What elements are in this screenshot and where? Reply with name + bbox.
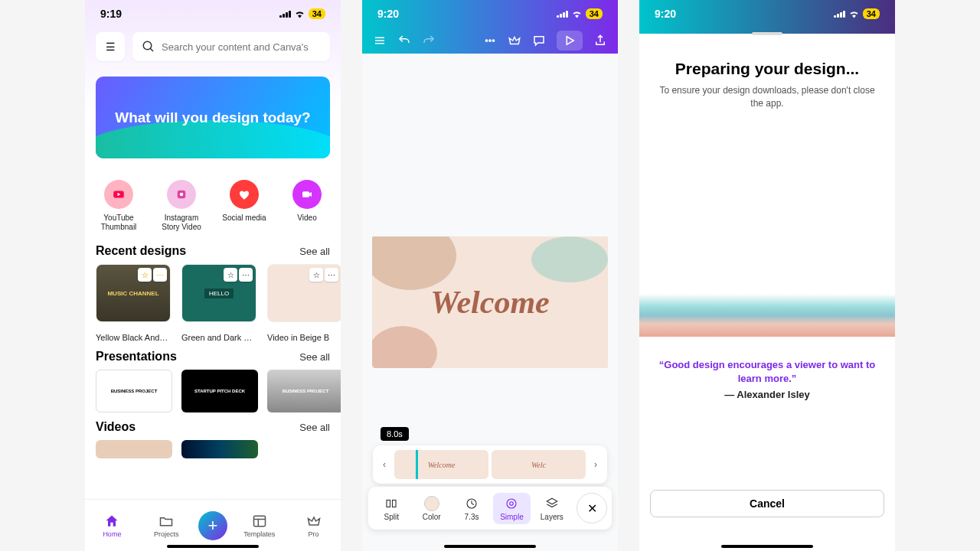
timeline-clip[interactable]: Welc bbox=[492, 450, 586, 479]
svg-point-18 bbox=[492, 40, 494, 41]
svg-point-5 bbox=[180, 193, 184, 197]
star-icon[interactable]: ☆ bbox=[138, 268, 152, 282]
preparing-subtitle: To ensure your design downloads, please … bbox=[650, 84, 884, 110]
category-video[interactable]: Video bbox=[284, 180, 330, 232]
nav-create[interactable]: + bbox=[198, 511, 227, 540]
home-indicator bbox=[444, 545, 536, 548]
recent-item[interactable]: ☆⋯ Video in Beige B bbox=[267, 264, 341, 342]
hero-text: What will you design today? bbox=[115, 109, 310, 126]
more-icon[interactable]: ⋯ bbox=[239, 268, 253, 282]
recent-item[interactable]: MUSIC CHANNEL☆⋯ Yellow Black And… bbox=[96, 264, 171, 342]
recent-title: Recent designs bbox=[96, 244, 186, 258]
time-badge: 8.0s bbox=[381, 427, 409, 441]
crown-icon[interactable] bbox=[508, 34, 521, 47]
timeline-clip[interactable]: Welcome bbox=[394, 450, 488, 479]
presentation-item[interactable]: STARTUP PITCH DECK bbox=[181, 370, 258, 412]
nav-pro[interactable]: Pro bbox=[292, 514, 336, 538]
editor-header: 9:20 34 bbox=[362, 0, 618, 54]
illustration bbox=[639, 294, 895, 337]
nav-templates[interactable]: Templates bbox=[237, 514, 282, 538]
download-screen: 9:20 34 Preparing your design... To ensu… bbox=[639, 0, 895, 551]
more-icon[interactable]: ⋯ bbox=[325, 268, 338, 282]
tool-simple[interactable]: Simple bbox=[493, 493, 530, 524]
video-item[interactable] bbox=[181, 440, 258, 458]
presentation-item[interactable]: BUSINESS PROJECT bbox=[267, 370, 341, 412]
nav-home[interactable]: Home bbox=[90, 514, 134, 538]
tool-duration[interactable]: 7.3s bbox=[453, 493, 490, 524]
status-time: 9:20 bbox=[655, 8, 676, 20]
videos-title: Videos bbox=[96, 420, 136, 434]
home-indicator bbox=[721, 545, 813, 548]
hero-banner[interactable]: What will you design today? bbox=[96, 77, 330, 158]
design-canvas[interactable]: Welcome bbox=[372, 236, 608, 368]
tool-layers[interactable]: Layers bbox=[534, 493, 570, 524]
svg-rect-6 bbox=[302, 191, 309, 197]
comment-icon[interactable] bbox=[532, 34, 546, 47]
svg-point-0 bbox=[143, 41, 152, 50]
editor-bottom-toolbar: Split Color 7.3s Simple Layers ✕ bbox=[368, 487, 612, 530]
cancel-button[interactable]: Cancel bbox=[650, 490, 884, 517]
svg-point-17 bbox=[489, 40, 491, 41]
tool-color[interactable]: Color bbox=[413, 493, 449, 524]
svg-line-24 bbox=[472, 504, 474, 505]
status-bar: 9:19 34 bbox=[85, 0, 341, 28]
timeline-prev[interactable]: ‹ bbox=[379, 459, 390, 470]
presentations-title: Presentations bbox=[96, 350, 177, 364]
category-instagram[interactable]: Instagram Story Video bbox=[158, 180, 204, 232]
category-youtube[interactable]: YouTube Thumbnail bbox=[96, 180, 142, 232]
tool-split[interactable]: Split bbox=[373, 493, 410, 524]
editor-toolbar bbox=[362, 28, 618, 54]
timeline-next[interactable]: › bbox=[590, 459, 601, 470]
category-row: YouTube Thumbnail Instagram Story Video … bbox=[85, 169, 341, 236]
close-button[interactable]: ✕ bbox=[577, 493, 607, 523]
battery-badge: 34 bbox=[309, 8, 325, 19]
menu-button[interactable]: ☰ bbox=[96, 32, 125, 61]
presentation-item[interactable]: BUSINESS PROJECT bbox=[96, 370, 172, 412]
more-icon[interactable]: ⋯ bbox=[153, 268, 167, 282]
quote-author: — Alexander Isley bbox=[650, 389, 884, 400]
share-icon[interactable] bbox=[593, 34, 607, 47]
star-icon[interactable]: ☆ bbox=[224, 268, 237, 282]
play-button[interactable] bbox=[557, 31, 583, 51]
home-indicator bbox=[167, 545, 259, 548]
wifi-icon bbox=[571, 8, 583, 20]
editor-screen: 9:20 34 Welcome 8.0s ‹ bbox=[362, 0, 618, 551]
quote-text: “Good design encourages a viewer to want… bbox=[650, 358, 884, 386]
recent-see-all[interactable]: See all bbox=[299, 246, 330, 257]
menu-icon[interactable] bbox=[373, 34, 387, 47]
presentations-row: BUSINESS PROJECT STARTUP PITCH DECK BUSI… bbox=[85, 370, 341, 412]
status-time: 9:19 bbox=[100, 8, 122, 20]
timeline[interactable]: ‹ Welcome Welc › bbox=[373, 445, 607, 484]
more-icon[interactable] bbox=[483, 34, 497, 47]
status-bar: 9:20 34 bbox=[639, 0, 895, 28]
search-bar[interactable] bbox=[132, 32, 330, 61]
search-icon bbox=[142, 40, 155, 54]
redo-icon[interactable] bbox=[422, 34, 436, 47]
timeline-wrap: 8.0s ‹ Welcome Welc › bbox=[373, 445, 607, 484]
nav-projects[interactable]: Projects bbox=[144, 514, 188, 538]
battery-badge: 34 bbox=[863, 8, 880, 19]
recent-item[interactable]: HELLO☆⋯ Green and Dark … bbox=[181, 264, 256, 342]
playhead[interactable] bbox=[416, 450, 418, 479]
undo-icon[interactable] bbox=[397, 34, 411, 47]
preparing-title: Preparing your design... bbox=[650, 60, 884, 78]
star-icon[interactable]: ☆ bbox=[309, 268, 323, 282]
presentations-see-all[interactable]: See all bbox=[299, 351, 330, 363]
status-time: 9:20 bbox=[377, 8, 399, 20]
search-input[interactable] bbox=[162, 41, 321, 53]
battery-badge: 34 bbox=[586, 8, 603, 19]
download-header: 9:20 34 bbox=[639, 0, 895, 34]
video-item[interactable] bbox=[96, 440, 172, 458]
status-right: 34 bbox=[279, 8, 325, 20]
svg-rect-21 bbox=[393, 500, 397, 507]
svg-rect-20 bbox=[387, 500, 390, 507]
recent-row: MUSIC CHANNEL☆⋯ Yellow Black And… HELLO☆… bbox=[85, 264, 341, 342]
wifi-icon bbox=[848, 8, 860, 20]
svg-marker-7 bbox=[309, 192, 312, 197]
category-social[interactable]: Social media bbox=[221, 180, 267, 232]
canvas-text: Welcome bbox=[430, 284, 550, 321]
svg-point-25 bbox=[507, 499, 516, 508]
svg-point-16 bbox=[485, 40, 487, 41]
svg-line-1 bbox=[150, 48, 153, 51]
videos-see-all[interactable]: See all bbox=[299, 422, 330, 433]
